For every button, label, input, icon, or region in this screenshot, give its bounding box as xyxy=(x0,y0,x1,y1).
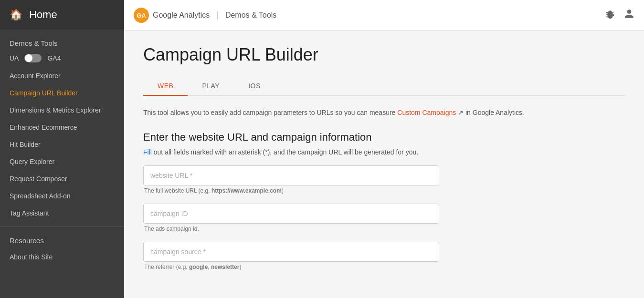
ga-logo-icon: GA xyxy=(134,8,149,23)
home-icon: 🏠 xyxy=(10,9,22,21)
sidebar-item-dimensions-metrics[interactable]: Dimensions & Metrics Explorer xyxy=(0,102,124,119)
campaign-source-hint: The referrer (e.g. google, newsletter) xyxy=(143,264,439,270)
website-url-hint: The full website URL (e.g. https://www.e… xyxy=(143,187,439,194)
user-icon[interactable] xyxy=(624,9,634,21)
sidebar-item-query-explorer[interactable]: Query Explorer xyxy=(0,153,124,170)
home-label: Home xyxy=(29,9,57,21)
campaign-id-input[interactable] xyxy=(143,204,439,224)
sidebar-divider xyxy=(0,226,124,227)
custom-campaigns-link[interactable]: Custom Campaigns xyxy=(397,109,456,116)
ua-ga4-toggle[interactable] xyxy=(24,54,42,62)
content-area: Campaign URL Builder WEB PLAY IOS This t… xyxy=(124,31,644,298)
topbar: GA Google Analytics | Demos & Tools xyxy=(124,0,644,31)
topbar-brand: GA Google Analytics | Demos & Tools xyxy=(134,8,276,23)
ua-ga4-toggle-row: UA GA4 xyxy=(0,51,124,67)
sidebar-item-hit-builder[interactable]: Hit Builder xyxy=(0,136,124,153)
bug-icon[interactable] xyxy=(605,9,615,21)
tool-description: This tool allows you to easily add campa… xyxy=(143,107,625,118)
sidebar-item-enhanced-ecommerce[interactable]: Enhanced Ecommerce xyxy=(0,119,124,136)
brand-name: Google Analytics xyxy=(153,11,210,20)
ga4-label: GA4 xyxy=(47,54,61,62)
section-title: Enter the website URL and campaign infor… xyxy=(143,131,625,144)
tab-web[interactable]: WEB xyxy=(143,76,188,95)
sidebar: 🏠 Home Demos & Tools UA GA4 Account Expl… xyxy=(0,0,124,298)
website-url-field: The full website URL (e.g. https://www.e… xyxy=(143,165,439,194)
campaign-source-input[interactable] xyxy=(143,242,439,262)
demos-tools-section-label: Demos & Tools xyxy=(0,30,124,51)
section-subtitle: Fill out all fields marked with an aster… xyxy=(143,148,625,156)
topbar-icons xyxy=(605,9,634,21)
tab-play[interactable]: PLAY xyxy=(188,76,234,95)
subtitle-fill: Fill xyxy=(143,148,152,156)
campaign-id-hint: The ads campaign id. xyxy=(143,226,439,232)
brand-suffix: Demos & Tools xyxy=(225,11,276,20)
sidebar-item-campaign-url-builder[interactable]: Campaign URL Builder xyxy=(0,84,124,102)
toggle-knob xyxy=(25,54,32,62)
svg-text:GA: GA xyxy=(137,12,146,19)
sidebar-item-account-explorer[interactable]: Account Explorer xyxy=(0,67,124,84)
sidebar-item-about-site[interactable]: About this Site xyxy=(0,248,124,266)
tabs-container: WEB PLAY IOS xyxy=(143,76,625,96)
page-title: Campaign URL Builder xyxy=(143,45,625,65)
subtitle-rest: out all fields marked with an asterisk (… xyxy=(152,148,418,156)
campaign-source-field: The referrer (e.g. google, newsletter) xyxy=(143,242,439,270)
description-text: This tool allows you to easily add campa… xyxy=(143,109,395,116)
resources-section-label: Resources xyxy=(0,232,124,248)
tab-ios[interactable]: IOS xyxy=(234,76,275,95)
website-url-input[interactable] xyxy=(143,165,439,185)
main-content: GA Google Analytics | Demos & Tools Camp… xyxy=(124,0,644,298)
sidebar-item-request-composer[interactable]: Request Composer xyxy=(0,170,124,187)
campaign-id-field: The ads campaign id. xyxy=(143,204,439,232)
ua-label: UA xyxy=(10,54,19,62)
sidebar-item-tag-assistant[interactable]: Tag Assistant xyxy=(0,205,124,222)
home-nav-item[interactable]: 🏠 Home xyxy=(0,0,124,30)
sidebar-item-spreadsheet-addon[interactable]: Spreadsheet Add-on xyxy=(0,187,124,205)
brand-divider: | xyxy=(216,10,219,20)
description-suffix: in Google Analytics. xyxy=(465,109,524,116)
